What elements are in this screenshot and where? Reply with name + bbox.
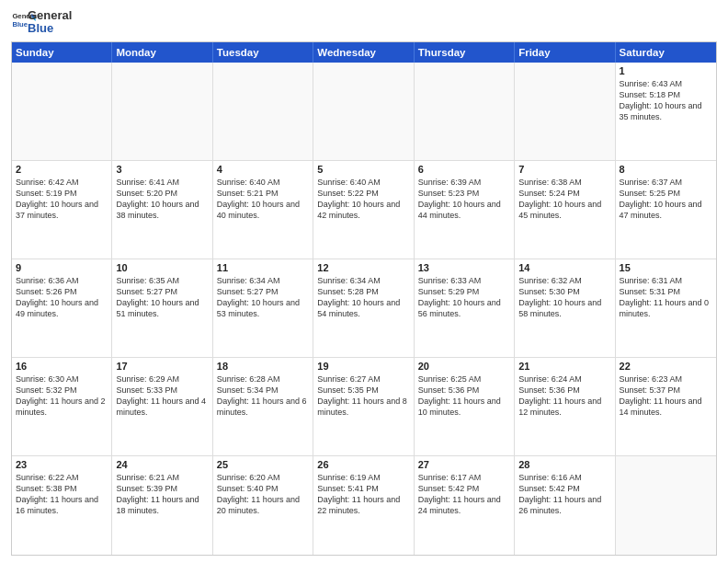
cell-sun-info: Sunrise: 6:42 AM Sunset: 5:19 PM Dayligh… xyxy=(16,177,108,222)
cell-day-number: 26 xyxy=(317,459,409,470)
calendar-cell xyxy=(12,63,112,160)
calendar-row: 9Sunrise: 6:36 AM Sunset: 5:26 PM Daylig… xyxy=(12,259,716,358)
cell-sun-info: Sunrise: 6:32 AM Sunset: 5:30 PM Dayligh… xyxy=(518,275,610,320)
calendar-header: SundayMondayTuesdayWednesdayThursdayFrid… xyxy=(12,42,716,63)
cell-sun-info: Sunrise: 6:21 AM Sunset: 5:39 PM Dayligh… xyxy=(116,472,208,517)
cell-sun-info: Sunrise: 6:31 AM Sunset: 5:31 PM Dayligh… xyxy=(620,275,712,320)
cell-day-number: 8 xyxy=(620,164,712,175)
calendar-cell xyxy=(213,63,313,160)
cell-day-number: 3 xyxy=(116,164,208,175)
cell-sun-info: Sunrise: 6:38 AM Sunset: 5:24 PM Dayligh… xyxy=(518,177,610,222)
calendar-row: 23Sunrise: 6:22 AM Sunset: 5:38 PM Dayli… xyxy=(12,456,716,555)
cell-sun-info: Sunrise: 6:25 AM Sunset: 5:36 PM Dayligh… xyxy=(418,373,510,419)
weekday-header: Wednesday xyxy=(313,42,414,63)
calendar-cell: 6Sunrise: 6:39 AM Sunset: 5:23 PM Daylig… xyxy=(415,161,515,259)
calendar-cell: 3Sunrise: 6:41 AM Sunset: 5:20 PM Daylig… xyxy=(112,161,212,259)
cell-sun-info: Sunrise: 6:23 AM Sunset: 5:37 PM Dayligh… xyxy=(620,373,712,419)
cell-sun-info: Sunrise: 6:34 AM Sunset: 5:27 PM Dayligh… xyxy=(217,275,309,320)
calendar-cell: 2Sunrise: 6:42 AM Sunset: 5:19 PM Daylig… xyxy=(12,161,112,259)
logo: General Blue General Blue xyxy=(11,9,72,36)
cell-day-number: 28 xyxy=(518,459,610,470)
calendar-cell: 26Sunrise: 6:19 AM Sunset: 5:41 PM Dayli… xyxy=(313,456,414,555)
cell-sun-info: Sunrise: 6:41 AM Sunset: 5:20 PM Dayligh… xyxy=(116,177,208,222)
weekday-header: Tuesday xyxy=(213,42,313,63)
cell-day-number: 20 xyxy=(418,361,510,372)
cell-day-number: 16 xyxy=(16,361,108,372)
cell-day-number: 27 xyxy=(418,459,510,470)
cell-sun-info: Sunrise: 6:20 AM Sunset: 5:40 PM Dayligh… xyxy=(217,472,309,517)
calendar-cell: 16Sunrise: 6:30 AM Sunset: 5:32 PM Dayli… xyxy=(12,358,112,455)
cell-day-number: 12 xyxy=(317,262,409,273)
calendar: SundayMondayTuesdayWednesdayThursdayFrid… xyxy=(11,41,717,556)
calendar-cell: 8Sunrise: 6:37 AM Sunset: 5:25 PM Daylig… xyxy=(616,161,716,259)
calendar-row: 2Sunrise: 6:42 AM Sunset: 5:19 PM Daylig… xyxy=(12,161,716,259)
calendar-row: 1Sunrise: 6:43 AM Sunset: 5:18 PM Daylig… xyxy=(12,63,716,161)
cell-sun-info: Sunrise: 6:19 AM Sunset: 5:41 PM Dayligh… xyxy=(317,472,409,517)
cell-day-number: 6 xyxy=(418,164,510,175)
calendar-body: 1Sunrise: 6:43 AM Sunset: 5:18 PM Daylig… xyxy=(12,63,716,555)
cell-day-number: 4 xyxy=(217,164,309,175)
cell-sun-info: Sunrise: 6:35 AM Sunset: 5:27 PM Dayligh… xyxy=(116,275,208,320)
weekday-header: Monday xyxy=(112,42,212,63)
cell-sun-info: Sunrise: 6:24 AM Sunset: 5:36 PM Dayligh… xyxy=(518,373,610,419)
calendar-cell: 20Sunrise: 6:25 AM Sunset: 5:36 PM Dayli… xyxy=(415,358,515,455)
cell-sun-info: Sunrise: 6:34 AM Sunset: 5:28 PM Dayligh… xyxy=(317,275,409,320)
calendar-cell: 28Sunrise: 6:16 AM Sunset: 5:42 PM Dayli… xyxy=(515,456,615,555)
cell-day-number: 9 xyxy=(16,262,108,273)
cell-day-number: 18 xyxy=(217,361,309,372)
cell-day-number: 17 xyxy=(116,361,208,372)
calendar-cell xyxy=(112,63,212,160)
cell-sun-info: Sunrise: 6:27 AM Sunset: 5:35 PM Dayligh… xyxy=(317,373,409,419)
weekday-header: Sunday xyxy=(12,42,112,63)
calendar-cell: 24Sunrise: 6:21 AM Sunset: 5:39 PM Dayli… xyxy=(112,456,212,555)
cell-sun-info: Sunrise: 6:37 AM Sunset: 5:25 PM Dayligh… xyxy=(620,177,712,222)
cell-sun-info: Sunrise: 6:30 AM Sunset: 5:32 PM Dayligh… xyxy=(16,373,108,419)
cell-day-number: 1 xyxy=(620,65,712,76)
cell-sun-info: Sunrise: 6:40 AM Sunset: 5:21 PM Dayligh… xyxy=(217,177,309,222)
calendar-cell: 22Sunrise: 6:23 AM Sunset: 5:37 PM Dayli… xyxy=(616,358,716,455)
calendar-cell: 25Sunrise: 6:20 AM Sunset: 5:40 PM Dayli… xyxy=(213,456,313,555)
calendar-cell: 15Sunrise: 6:31 AM Sunset: 5:31 PM Dayli… xyxy=(616,259,716,357)
calendar-row: 16Sunrise: 6:30 AM Sunset: 5:32 PM Dayli… xyxy=(12,358,716,456)
calendar-cell: 7Sunrise: 6:38 AM Sunset: 5:24 PM Daylig… xyxy=(515,161,615,259)
cell-day-number: 25 xyxy=(217,459,309,470)
calendar-cell: 4Sunrise: 6:40 AM Sunset: 5:21 PM Daylig… xyxy=(213,161,313,259)
calendar-cell xyxy=(313,63,414,160)
calendar-cell: 18Sunrise: 6:28 AM Sunset: 5:34 PM Dayli… xyxy=(213,358,313,455)
weekday-header: Friday xyxy=(515,42,615,63)
calendar-cell: 23Sunrise: 6:22 AM Sunset: 5:38 PM Dayli… xyxy=(12,456,112,555)
cell-day-number: 21 xyxy=(518,361,610,372)
calendar-cell xyxy=(616,456,716,555)
calendar-cell: 21Sunrise: 6:24 AM Sunset: 5:36 PM Dayli… xyxy=(515,358,615,455)
cell-sun-info: Sunrise: 6:33 AM Sunset: 5:29 PM Dayligh… xyxy=(418,275,510,320)
cell-day-number: 15 xyxy=(620,262,712,273)
calendar-cell: 13Sunrise: 6:33 AM Sunset: 5:29 PM Dayli… xyxy=(415,259,515,357)
weekday-header: Thursday xyxy=(415,42,515,63)
weekday-header: Saturday xyxy=(616,42,716,63)
cell-sun-info: Sunrise: 6:39 AM Sunset: 5:23 PM Dayligh… xyxy=(418,177,510,222)
cell-day-number: 2 xyxy=(16,164,108,175)
calendar-cell: 5Sunrise: 6:40 AM Sunset: 5:22 PM Daylig… xyxy=(313,161,414,259)
cell-sun-info: Sunrise: 6:36 AM Sunset: 5:26 PM Dayligh… xyxy=(16,275,108,320)
calendar-cell: 19Sunrise: 6:27 AM Sunset: 5:35 PM Dayli… xyxy=(313,358,414,455)
svg-text:Blue: Blue xyxy=(12,20,28,29)
logo-blue: Blue xyxy=(28,22,72,35)
cell-day-number: 13 xyxy=(418,262,510,273)
cell-sun-info: Sunrise: 6:43 AM Sunset: 5:18 PM Dayligh… xyxy=(620,78,712,123)
cell-sun-info: Sunrise: 6:22 AM Sunset: 5:38 PM Dayligh… xyxy=(16,472,108,517)
cell-day-number: 22 xyxy=(620,361,712,372)
cell-sun-info: Sunrise: 6:16 AM Sunset: 5:42 PM Dayligh… xyxy=(518,472,610,517)
calendar-cell: 12Sunrise: 6:34 AM Sunset: 5:28 PM Dayli… xyxy=(313,259,414,357)
calendar-cell xyxy=(415,63,515,160)
cell-day-number: 7 xyxy=(518,164,610,175)
cell-day-number: 10 xyxy=(116,262,208,273)
cell-sun-info: Sunrise: 6:28 AM Sunset: 5:34 PM Dayligh… xyxy=(217,373,309,419)
cell-day-number: 23 xyxy=(16,459,108,470)
header: General Blue General Blue xyxy=(11,9,717,36)
calendar-cell: 1Sunrise: 6:43 AM Sunset: 5:18 PM Daylig… xyxy=(616,63,716,160)
cell-day-number: 5 xyxy=(317,164,409,175)
calendar-cell: 11Sunrise: 6:34 AM Sunset: 5:27 PM Dayli… xyxy=(213,259,313,357)
cell-day-number: 24 xyxy=(116,459,208,470)
logo-general: General xyxy=(28,9,72,22)
cell-day-number: 19 xyxy=(317,361,409,372)
